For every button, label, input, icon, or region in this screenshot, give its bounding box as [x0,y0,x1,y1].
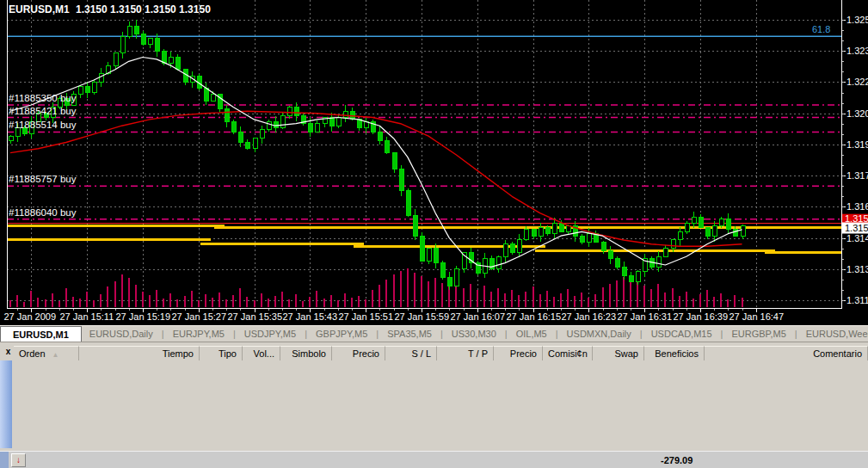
time-label: 27 Jan 15:43 [283,311,338,322]
time-label: 27 Jan 2009 [4,311,57,322]
svg-text:1.3145: 1.3145 [846,233,868,243]
column-header-comentario[interactable]: Comentario [705,346,868,360]
orders-table-header: Orden▲TiempoTipoVol...SimboloPrecioS / L… [14,346,868,360]
svg-text:1.3175: 1.3175 [846,170,868,181]
svg-text:1.3190: 1.3190 [846,139,868,150]
trade-arrow-icon[interactable]: ↓ [11,453,26,467]
tab-eurjpy-m5[interactable]: EURJPY,M5 [165,326,232,342]
tab-eurusd-m1[interactable]: EURUSD,M1 [0,326,82,342]
time-axis: 27 Jan 200927 Jan 15:1127 Jan 15:1927 Ja… [4,309,785,322]
tab-usdjpy-m5[interactable]: USDJPY,M5 [237,326,304,342]
tab-oil-m5[interactable]: OIL,M5 [508,326,555,342]
mt4-window: 61.8#11885350 buy#11885421 buy#11885514 … [0,0,868,468]
svg-text:1.3235: 1.3235 [846,46,868,56]
time-label: 27 Jan 15:19 [116,311,171,322]
column-header-vol-[interactable]: Vol... [243,346,280,360]
order-line-label: #11885757 buy [9,174,77,184]
terminal-close-button[interactable]: x [3,346,14,357]
time-label: 27 Jan 15:59 [395,311,450,322]
sort-asc-icon: ▲ [52,351,59,359]
order-line-label: #11885514 buy [9,120,77,130]
time-label: 27 Jan 15:35 [228,311,283,322]
terminal-left-strip [0,360,12,448]
svg-text:1.3160: 1.3160 [846,201,868,212]
bid-price-box-value: 1.3150 [845,223,868,233]
time-label: 27 Jan 16:07 [451,311,506,322]
column-header-s-l[interactable]: S / L [385,346,437,360]
column-header-comisi-n[interactable]: Comisi¢n [543,346,593,360]
order-line-label: #11886040 buy [9,207,77,218]
order-line-label: #11885421 buy [9,106,77,116]
ask-price-box-value: 1.3152 [845,213,868,224]
tab-usdmxn-daily[interactable]: USDMXN,Daily [559,326,639,342]
status-bar: ↓ -279.09 [0,451,868,468]
column-header-swap[interactable]: Swap [593,346,644,360]
time-label: 27 Jan 15:11 [60,311,114,322]
svg-text:1.3250: 1.3250 [846,15,868,25]
time-label: 27 Jan 16:15 [507,311,562,322]
price-chart[interactable]: 61.8#11885350 buy#11885421 buy#11885514 … [0,0,868,325]
tab-gbpjpy-m5[interactable]: GBPJPY,M5 [308,326,375,342]
status-corner [0,452,9,468]
chart-title-symbol: EURUSD,M1 [9,3,70,15]
fib-level-label: 61.8 [812,24,830,34]
order-line-label: #11885350 buy [9,93,77,103]
time-label: 27 Jan 16:47 [729,311,785,322]
tab-spa35-m5[interactable]: SPA35,M5 [379,326,440,342]
floating-profit: -279.09 [661,455,693,465]
terminal-panel: x Orden▲TiempoTipoVol...SimboloPrecioS /… [0,342,868,451]
tab-eurusd-daily[interactable]: EURUSD,Daily [82,326,161,342]
time-label: 27 Jan 16:39 [674,311,729,322]
column-header-orden[interactable]: Orden▲ [14,346,79,360]
column-header-simbolo[interactable]: Simbolo [280,346,332,360]
tab-eurgbp-m5[interactable]: EURGBP,M5 [723,326,793,342]
tab-us30-m30[interactable]: US30,M30 [444,326,504,342]
svg-text:1.3130: 1.3130 [846,264,868,274]
tab-usdcad-m15[interactable]: USDCAD,M15 [643,326,720,342]
svg-text:1.3220: 1.3220 [846,77,868,87]
time-label: 27 Jan 16:31 [618,311,673,322]
column-header-beneficios[interactable]: Beneficios [644,346,705,360]
column-header-tipo[interactable]: Tipo [200,346,243,360]
time-label: 27 Jan 15:51 [339,311,394,322]
svg-text:1.3115: 1.3115 [846,295,868,305]
time-label: 27 Jan 15:27 [172,311,227,322]
column-header-t-p[interactable]: T / P [437,346,494,360]
tab-eurusd-weekly[interactable]: EURUSD,Weekly [798,326,868,342]
svg-text:1.3205: 1.3205 [846,108,868,119]
column-header-precio[interactable]: Precio [332,346,385,360]
chart-tab-bar: EURUSD,M1EURUSD,Daily|EURJPY,M5|USDJPY,M… [0,325,868,342]
column-header-precio[interactable]: Precio [494,346,543,360]
column-header-tiempo[interactable]: Tiempo [79,346,200,360]
time-label: 27 Jan 16:23 [562,311,617,322]
chart-title-quotes: 1.3150 1.3150 1.3150 1.3150 [76,3,211,15]
